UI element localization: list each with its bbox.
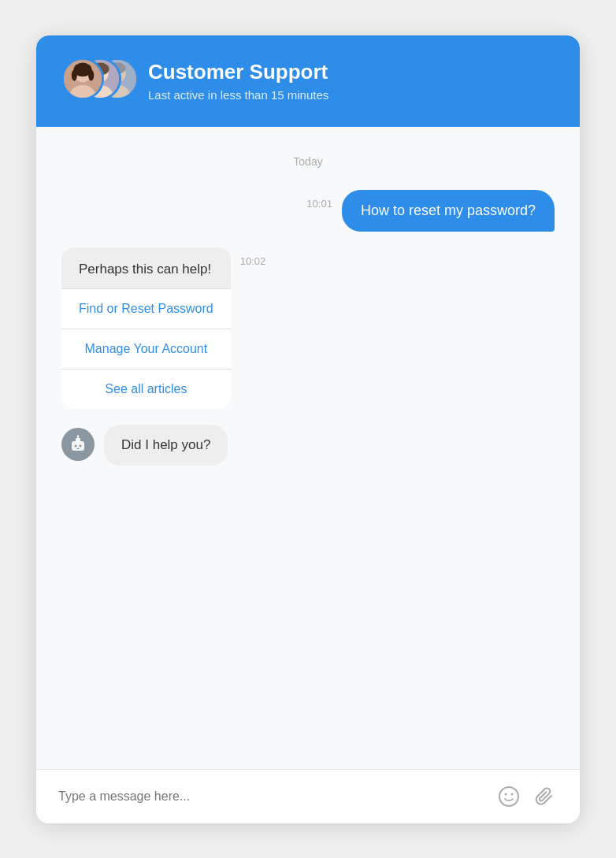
header-title: Customer Support: [148, 60, 328, 84]
avatar-group: [61, 58, 132, 105]
find-reset-password-link[interactable]: Find or Reset Password: [61, 289, 231, 329]
svg-point-22: [505, 793, 507, 795]
bot-bubble-container: Perhaps this can help! Find or Reset Pas…: [61, 247, 231, 409]
bot-bubble: Perhaps this can help! Find or Reset Pas…: [61, 247, 231, 409]
svg-point-20: [77, 435, 80, 437]
header-info: Customer Support Last active in less tha…: [148, 60, 328, 101]
bot-simple-bubble: Did I help you?: [104, 425, 228, 466]
svg-point-21: [499, 787, 518, 806]
svg-rect-14: [72, 441, 84, 451]
svg-point-16: [75, 444, 77, 447]
svg-point-23: [511, 793, 514, 795]
svg-point-5: [88, 69, 94, 80]
chat-footer: [36, 769, 580, 823]
attach-button[interactable]: [533, 784, 558, 809]
emoji-button[interactable]: [496, 784, 521, 809]
svg-rect-18: [76, 448, 80, 449]
header-subtitle: Last active in less than 15 minutes: [148, 88, 328, 102]
chat-body: Today 10:01 How to reset my password? Pe…: [36, 127, 580, 769]
bot-simple-row: Did I help you?: [61, 425, 555, 466]
message-time-2: 10:02: [240, 255, 266, 267]
user-bubble: How to reset my password?: [342, 190, 555, 232]
svg-point-17: [80, 444, 82, 447]
bot-icon-avatar: [61, 428, 95, 461]
bot-icon: [69, 435, 87, 454]
bot-message-row: Perhaps this can help! Find or Reset Pas…: [61, 247, 555, 409]
message-input[interactable]: [58, 789, 485, 804]
chat-window: Customer Support Last active in less tha…: [36, 35, 580, 823]
bot-bubble-header: Perhaps this can help!: [61, 247, 231, 288]
date-divider: Today: [61, 155, 555, 168]
chat-header: Customer Support Last active in less tha…: [36, 35, 580, 127]
avatar-1: [61, 58, 104, 100]
message-time-1: 10:01: [306, 198, 332, 210]
see-all-articles-link[interactable]: See all articles: [61, 370, 231, 409]
user-message-row: 10:01 How to reset my password?: [61, 190, 555, 232]
svg-point-4: [72, 69, 77, 80]
manage-account-link[interactable]: Manage Your Account: [61, 329, 231, 369]
